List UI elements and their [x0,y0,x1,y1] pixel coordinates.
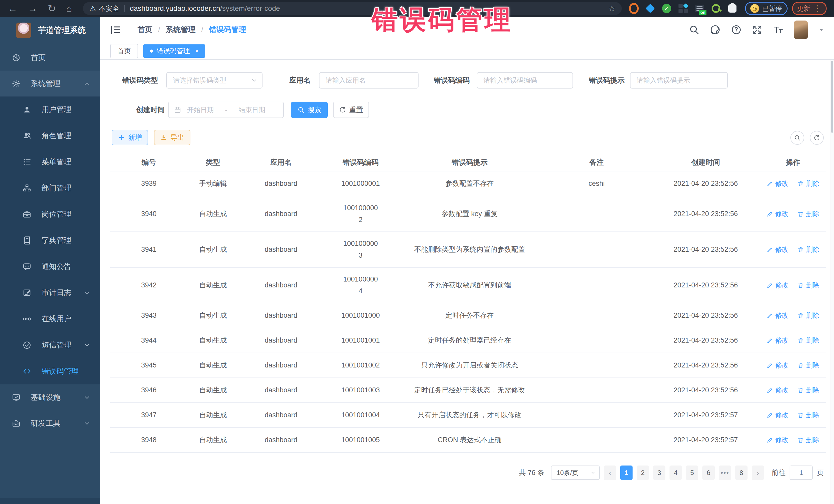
tab-首页[interactable]: 首页 [110,44,138,58]
sidebar-item-字典管理[interactable]: 字典管理 [0,227,100,254]
sidebar-item-菜单管理[interactable]: 菜单管理 [0,149,100,175]
edit-button[interactable]: 修改 [767,280,789,291]
delete-button[interactable]: 删除 [797,244,819,255]
delete-button[interactable]: 删除 [797,385,819,396]
sidebar-item-错误码管理[interactable]: 错误码管理 [0,358,100,385]
blue-gem-extension-icon[interactable] [645,4,655,13]
reset-button[interactable]: 重置 [333,102,369,118]
toggle-search-button[interactable] [790,131,804,145]
breadcrumb-首页[interactable]: 首页 [137,25,152,35]
sidebar-item-审计日志[interactable]: 审计日志 [0,280,100,306]
puzzle-extension-icon[interactable] [727,4,737,13]
page-button-6[interactable]: 6 [702,465,715,480]
breadcrumb-错误码管理[interactable]: 错误码管理 [209,25,246,35]
browser-reload-icon[interactable]: ↻ [48,4,56,13]
green-check-extension-icon[interactable]: ✓ [662,4,672,13]
delete-button[interactable]: 删除 [797,178,819,189]
browser-update-button[interactable]: 更新 ⋮ [792,2,827,15]
sidebar-item-首页[interactable]: 首页 [0,45,100,70]
error-type-select[interactable]: 请选择错误码类型 [166,72,263,89]
github-icon[interactable] [710,24,721,35]
edit-button[interactable]: 修改 [767,208,789,219]
delete-button[interactable]: 删除 [797,280,819,291]
sidebar-collapse-bar[interactable] [0,498,100,504]
cell-time: 2021-04-20 23:52:57 [652,434,760,446]
add-button[interactable]: 新增 [112,130,148,145]
delete-button[interactable]: 删除 [797,359,819,371]
sidebar-item-部门管理[interactable]: 部门管理 [0,175,100,201]
page-button-2[interactable]: 2 [637,465,649,480]
delete-button[interactable]: 删除 [797,409,819,421]
help-icon[interactable] [731,24,742,35]
logo[interactable]: 芋道管理系统 [0,17,100,44]
edit-button[interactable]: 修改 [767,178,789,189]
sidebar-item-短信管理[interactable]: 短信管理 [0,332,100,358]
edit-button[interactable]: 修改 [767,335,789,346]
browser-forward-icon[interactable]: → [28,4,38,13]
delete-button[interactable]: 删除 [797,335,819,346]
sidebar-item-岗位管理[interactable]: 岗位管理 [0,201,100,227]
font-size-icon[interactable] [773,24,784,35]
sidebar-item-用户管理[interactable]: 用户管理 [0,96,100,123]
browser-home-icon[interactable]: ⌂ [66,4,72,13]
browser-url-bar[interactable]: ⚠ 不安全 dashboard.yudao.iocoder.cn /system… [83,2,622,15]
page-button-5[interactable]: 5 [686,465,698,480]
page-unit-label: 页 [817,468,824,477]
edit-button[interactable]: 修改 [767,434,789,445]
page-button-4[interactable]: 4 [670,465,682,480]
page-size-select[interactable]: 10条/页 [551,465,600,480]
grid-squares-extension-icon[interactable] [678,4,688,13]
breadcrumb-系统管理[interactable]: 系统管理 [166,25,196,35]
edit-button[interactable]: 修改 [767,310,789,321]
update-label: 更新 [797,4,810,13]
delete-button[interactable]: 删除 [797,208,819,219]
green-key-extension-icon[interactable] [711,4,721,13]
search-button[interactable]: 搜索 [291,102,328,118]
browser-back-icon[interactable]: ← [8,4,18,13]
next-page-button[interactable]: › [752,465,764,480]
fullscreen-icon[interactable] [752,24,763,35]
sidebar-item-系统管理[interactable]: 系统管理 [0,70,100,96]
user-avatar[interactable] [794,21,808,39]
orange-ring-extension-icon[interactable] [629,4,639,13]
sidebar-item-通知公告[interactable]: 通知公告 [0,254,100,280]
collapse-menu-icon[interactable] [110,24,121,36]
url-path: /system/error-code [220,4,280,13]
scrollbar-thumb[interactable] [831,61,833,133]
export-button[interactable]: 导出 [154,130,191,145]
cell-time: 2021-04-20 23:52:57 [652,409,760,421]
edit-button[interactable]: 修改 [767,244,789,255]
page-button-1[interactable]: 1 [620,465,633,480]
edit-button[interactable]: 修改 [767,385,789,396]
date-range-picker[interactable]: 开始日期 - 结束日期 [168,102,284,118]
page-button-3[interactable]: 3 [653,465,665,480]
goto-page-input[interactable] [790,465,813,480]
tab-close-icon[interactable]: × [195,47,199,54]
browser-menu-icon[interactable]: ⋮ [814,5,822,12]
users-icon [23,131,31,140]
sidebar-item-在线用户[interactable]: 在线用户 [0,306,100,332]
scrollbar[interactable] [830,60,834,504]
error-code-input[interactable] [477,76,572,84]
paused-extension-pill[interactable]: ☺ 已暂停 [745,2,788,15]
edit-button[interactable]: 修改 [767,409,789,421]
sidebar-item-角色管理[interactable]: 角色管理 [0,123,100,149]
sidebar-item-基础设施[interactable]: 基础设施 [0,385,100,410]
app-name-input[interactable] [320,76,418,84]
prev-page-button[interactable]: ‹ [604,465,616,480]
refresh-table-button[interactable] [810,131,824,145]
bookmark-star-icon[interactable]: ☆ [608,4,616,13]
more-pages-button[interactable]: ••• [719,465,731,480]
list-extension-icon[interactable]: on [695,4,704,13]
error-hint-input[interactable] [631,76,727,84]
delete-button[interactable]: 删除 [797,434,819,445]
tab-错误码管理[interactable]: 错误码管理× [143,44,205,58]
page-button-8[interactable]: 8 [735,465,748,480]
avatar-caret-down-icon[interactable] [818,26,825,33]
delete-button[interactable]: 删除 [797,310,819,321]
sidebar-item-研发工具[interactable]: 研发工具 [0,410,100,436]
cell-id: 3940 [110,208,187,220]
menu-item-label: 岗位管理 [42,209,71,219]
search-icon[interactable] [689,24,700,35]
edit-button[interactable]: 修改 [767,359,789,371]
